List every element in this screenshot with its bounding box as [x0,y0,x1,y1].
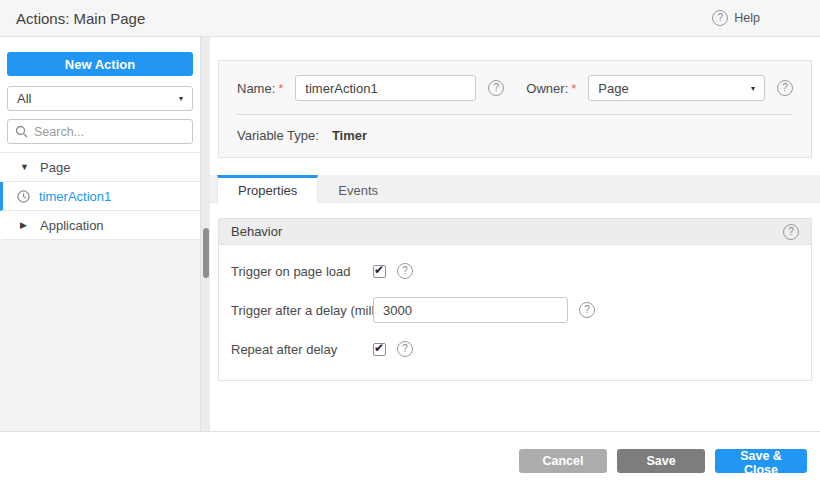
repeat-after-delay-help-icon[interactable]: ? [397,341,413,357]
repeat-after-delay-checkbox[interactable] [373,343,386,356]
new-action-button[interactable]: New Action [7,52,193,76]
name-field[interactable] [295,75,476,101]
name-label: Name: [237,81,275,96]
tree-group-application[interactable]: ▶ Application [0,211,200,240]
behavior-row-trigger-on-load: Trigger on page load ? [231,258,799,284]
filter-dropdown-value: All [17,91,31,106]
owner-required-marker: * [571,81,576,96]
trigger-on-page-load-help-icon[interactable]: ? [397,263,413,279]
help-button[interactable]: ? Help [712,10,760,26]
actions-tree: ▼ Page timerAction1 ▶ Application [0,152,200,240]
trigger-delay-label: Trigger after a delay (millisec... [231,303,373,318]
scrollbar-thumb[interactable] [203,228,209,278]
tab-properties[interactable]: Properties [217,175,318,203]
search-box [7,119,193,144]
owner-dropdown[interactable]: Page ▾ [588,75,765,101]
tree-group-page[interactable]: ▼ Page [0,153,200,182]
tree-item-label: timerAction1 [39,189,111,204]
collapse-triangle-icon[interactable]: ▼ [20,162,31,172]
owner-label: Owner: [526,81,568,96]
behavior-row-trigger-delay: Trigger after a delay (millisec... ? [231,297,799,323]
actions-sidebar: New Action All ▾ ▼ Page [0,37,200,431]
behavior-section-title: Behavior [231,224,282,239]
sidebar-scrollbar[interactable] [200,37,210,431]
search-input[interactable] [34,125,185,139]
expand-triangle-icon[interactable]: ▶ [20,220,31,230]
save-button[interactable]: Save [617,449,705,473]
name-required-marker: * [278,81,283,96]
page-title: Actions: Main Page [16,10,145,27]
behavior-section: Behavior ? Trigger on page load ? Trigge… [218,218,812,381]
actions-dialog: Actions: Main Page ? Help New Action All… [0,0,820,489]
behavior-row-repeat: Repeat after delay ? [231,336,799,362]
dialog-header: Actions: Main Page ? Help [0,0,820,37]
detail-tabs: Properties Events [210,175,820,203]
chevron-down-icon: ▾ [179,94,183,103]
trigger-on-page-load-label: Trigger on page load [231,264,373,279]
name-help-icon[interactable]: ? [488,80,504,96]
general-panel: Name: * ? Owner: * Page ▾ ? [218,60,812,158]
trigger-on-page-load-checkbox[interactable] [373,265,386,278]
behavior-help-icon[interactable]: ? [783,224,799,240]
tree-item-timer-action[interactable]: timerAction1 [0,182,200,211]
clock-icon [17,190,30,203]
tree-group-label: Application [40,218,104,233]
search-icon [15,125,28,138]
tree-group-label: Page [40,160,70,175]
trigger-delay-field[interactable] [373,297,568,323]
variable-type-label: Variable Type: [237,128,319,143]
action-detail-pane: Name: * ? Owner: * Page ▾ ? [210,37,820,431]
help-icon: ? [712,10,728,26]
panel-divider [237,114,793,115]
cancel-button[interactable]: Cancel [519,449,607,473]
sidebar-empty-area [0,240,200,431]
owner-help-icon[interactable]: ? [777,80,793,96]
chevron-down-icon: ▾ [751,84,755,93]
owner-dropdown-value: Page [598,81,628,96]
filter-dropdown[interactable]: All ▾ [7,86,193,111]
repeat-after-delay-label: Repeat after delay [231,342,373,357]
save-and-close-button[interactable]: Save & Close [715,449,807,473]
help-label: Help [734,11,760,25]
variable-type-value: Timer [332,128,367,143]
trigger-delay-help-icon[interactable]: ? [579,302,595,318]
tab-events[interactable]: Events [318,175,398,202]
dialog-footer: Cancel Save Save & Close [0,431,820,489]
